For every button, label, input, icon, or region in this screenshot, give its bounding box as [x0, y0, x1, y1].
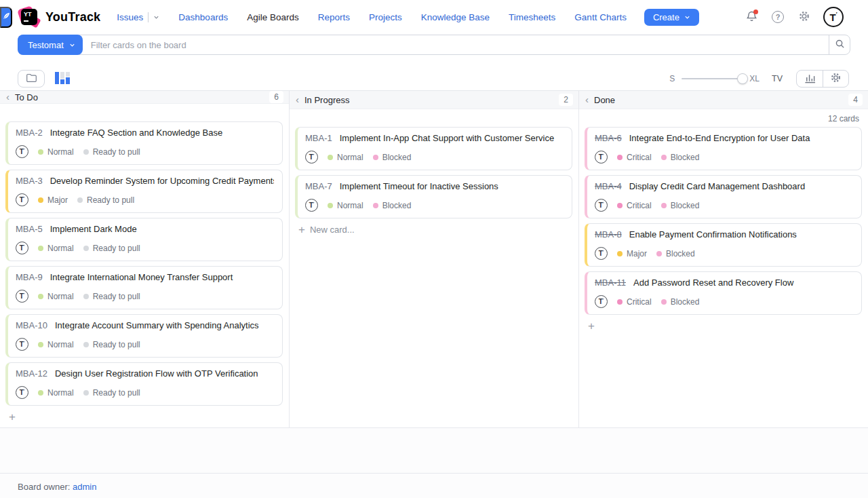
nav-item-reports[interactable]: Reports — [318, 12, 350, 22]
issue-card-mba-2[interactable]: MBA-2 Integrate FAQ Section and Knowledg… — [5, 121, 283, 165]
issue-card-mba-7[interactable]: MBA-7 Implement Timeout for Inactive Ses… — [295, 175, 572, 218]
issue-card-mba-11[interactable]: MBA-11 Add Password Reset and Recovery F… — [585, 271, 862, 315]
assignee-avatar[interactable]: T′ — [305, 199, 318, 212]
issue-title[interactable]: Add Password Reset and Recovery Flow — [633, 277, 793, 288]
issue-id[interactable]: MBA-11 — [595, 277, 626, 288]
state-field[interactable]: Blocked — [661, 153, 700, 162]
issue-title[interactable]: Implement Timeout for Inactive Sessions — [340, 181, 498, 191]
state-field[interactable]: Blocked — [373, 201, 412, 210]
issue-id[interactable]: MBA-6 — [595, 133, 622, 143]
state-field[interactable]: Ready to pull — [83, 147, 140, 157]
assignee-avatar[interactable]: T′ — [16, 242, 28, 254]
chart-button[interactable] — [797, 71, 823, 87]
assignee-avatar[interactable]: T′ — [595, 151, 608, 164]
search-button[interactable] — [829, 35, 850, 54]
state-field[interactable]: Blocked — [656, 249, 695, 258]
issue-card-mba-6[interactable]: MBA-6 Integrate End-to-End Encryption fo… — [585, 127, 862, 170]
priority-field[interactable]: Normal — [38, 340, 74, 349]
priority-field[interactable]: Normal — [38, 147, 74, 157]
issue-card-mba-3[interactable]: MBA-3 Develop Reminder System for Upcomi… — [5, 170, 283, 213]
help-button[interactable]: ? — [770, 9, 785, 24]
assignee-avatar[interactable]: T′ — [595, 199, 608, 212]
backlog-button[interactable] — [18, 70, 45, 88]
issue-id[interactable]: MBA-2 — [16, 128, 43, 138]
notifications-button[interactable] — [744, 9, 759, 24]
state-field[interactable]: Ready to pull — [83, 388, 140, 398]
nav-item-timesheets[interactable]: Timesheets — [509, 12, 555, 22]
state-field[interactable]: Ready to pull — [77, 195, 134, 205]
state-field[interactable]: Ready to pull — [83, 292, 140, 301]
state-field[interactable]: Ready to pull — [83, 244, 140, 253]
board-settings-button[interactable] — [823, 71, 848, 87]
issue-title[interactable]: Develop Reminder System for Upcoming Cre… — [50, 176, 274, 186]
new-card-button-in-progress[interactable]: + New card... — [295, 223, 355, 235]
board-selector[interactable]: Testomat — [18, 35, 83, 55]
state-field[interactable]: Blocked — [661, 297, 700, 307]
issue-title[interactable]: Integrate International Money Transfer S… — [50, 272, 233, 282]
priority-field[interactable]: Critical — [617, 297, 652, 307]
issue-card-mba-1[interactable]: MBA-1 Implement In-App Chat Support with… — [295, 127, 572, 170]
priority-field[interactable]: Major — [38, 195, 68, 205]
issue-card-mba-9[interactable]: MBA-9 Integrate International Money Tran… — [5, 266, 283, 309]
issue-title[interactable]: Design User Registration Flow with OTP V… — [55, 368, 258, 379]
issue-card-mba-4[interactable]: MBA-4 Display Credit Card Management Das… — [585, 175, 862, 218]
priority-field[interactable]: Normal — [38, 244, 74, 253]
nav-item-dashboards[interactable]: Dashboards — [178, 12, 228, 22]
issue-title[interactable]: Integrate FAQ Section and Knowledge Base — [50, 128, 222, 138]
collapse-column-icon[interactable]: ‹ — [296, 94, 299, 106]
youtrack-logo-icon[interactable]: YT — [20, 8, 38, 26]
nav-item-projects[interactable]: Projects — [369, 12, 402, 22]
nav-item-gantt-charts[interactable]: Gantt Charts — [574, 12, 627, 22]
issue-title[interactable]: Enable Payment Confirmation Notification… — [629, 229, 797, 240]
issue-id[interactable]: MBA-1 — [305, 133, 332, 143]
collapse-column-icon[interactable]: ‹ — [585, 94, 589, 106]
nav-item-knowledge-base[interactable]: Knowledge Base — [421, 12, 490, 22]
assignee-avatar[interactable]: T′ — [16, 290, 28, 303]
priority-field[interactable]: Major — [617, 249, 647, 258]
issue-card-mba-12[interactable]: MBA-12 Design User Registration Flow wit… — [5, 362, 283, 406]
issue-card-mba-5[interactable]: MBA-5 Implement Dark Mode T′ Normal Read… — [5, 218, 283, 261]
create-button[interactable]: Create — [644, 9, 699, 26]
assignee-avatar[interactable]: T′ — [16, 386, 28, 399]
assignee-avatar[interactable]: T′ — [595, 295, 608, 308]
board-columns-button[interactable] — [54, 70, 71, 88]
issue-id[interactable]: MBA-10 — [16, 320, 47, 330]
assignee-avatar[interactable]: T′ — [16, 338, 28, 351]
quick-notes-button[interactable] — [0, 7, 12, 28]
board-owner-link[interactable]: admin — [73, 482, 96, 492]
state-field[interactable]: Blocked — [661, 201, 700, 210]
priority-field[interactable]: Critical — [617, 153, 652, 162]
priority-field[interactable]: Normal — [328, 153, 363, 162]
issue-title[interactable]: Integrate Account Summary with Spending … — [55, 320, 259, 330]
issue-id[interactable]: MBA-8 — [595, 229, 622, 240]
tv-mode-button[interactable]: TV — [772, 74, 783, 83]
issue-title[interactable]: Implement In-App Chat Support with Custo… — [340, 133, 554, 143]
assignee-avatar[interactable]: T′ — [305, 151, 318, 164]
card-size-slider[interactable] — [682, 73, 747, 84]
assignee-avatar[interactable]: T′ — [16, 193, 28, 206]
issue-id[interactable]: MBA-3 — [16, 176, 43, 186]
nav-item-issues-label[interactable]: Issues — [117, 12, 143, 22]
collapse-column-icon[interactable]: ‹ — [6, 92, 9, 103]
new-card-button-to-do[interactable]: + — [5, 410, 16, 423]
issue-title[interactable]: Implement Dark Mode — [50, 224, 137, 234]
issue-title[interactable]: Integrate End-to-End Encryption for User… — [629, 133, 810, 143]
issue-id[interactable]: MBA-12 — [16, 368, 47, 379]
issue-id[interactable]: MBA-5 — [16, 224, 43, 234]
user-avatar[interactable]: T′ — [823, 7, 844, 27]
issue-card-mba-8[interactable]: MBA-8 Enable Payment Confirmation Notifi… — [585, 223, 862, 267]
priority-field[interactable]: Normal — [38, 292, 74, 301]
new-card-button-done[interactable]: + — [585, 320, 595, 332]
chevron-down-icon[interactable] — [153, 14, 159, 20]
settings-button[interactable] — [797, 9, 812, 24]
assignee-avatar[interactable]: T′ — [16, 145, 28, 158]
issue-id[interactable]: MBA-9 — [16, 272, 43, 282]
slider-handle[interactable] — [737, 73, 748, 84]
issue-id[interactable]: MBA-4 — [595, 181, 622, 191]
priority-field[interactable]: Critical — [617, 201, 652, 210]
filter-input[interactable] — [83, 35, 829, 54]
priority-field[interactable]: Normal — [328, 201, 363, 210]
priority-field[interactable]: Normal — [38, 388, 74, 398]
issue-card-mba-10[interactable]: MBA-10 Integrate Account Summary with Sp… — [5, 314, 283, 358]
issue-title[interactable]: Display Credit Card Management Dashboard — [629, 181, 805, 191]
